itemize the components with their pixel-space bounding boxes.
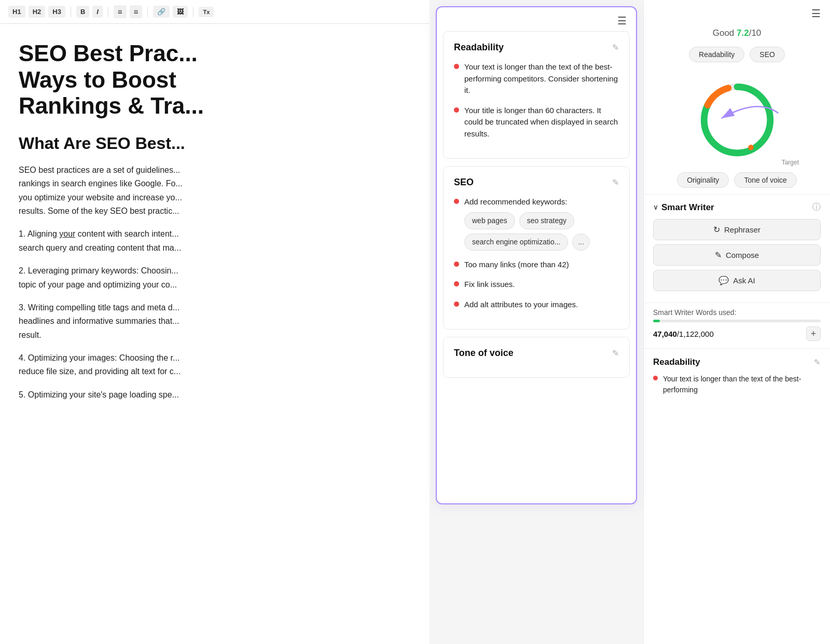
words-count: 47,040/1,122,000 <box>653 330 714 338</box>
chart-area: Target <box>644 66 830 170</box>
overlay-panel: ☰ Readability ✎ Your text is longer than… <box>436 6 637 504</box>
readability-card-title: Readability <box>454 42 504 53</box>
tab-tone-of-voice[interactable]: Tone of voice <box>734 172 797 188</box>
list-item: Your text is longer than the text of the… <box>454 61 619 97</box>
smart-writer-header: ∨ Smart Writer ⓘ <box>653 202 821 213</box>
seo-edit-icon[interactable]: ✎ <box>612 177 619 187</box>
tone-card-header: Tone of voice ✎ <box>454 348 619 359</box>
h1-button[interactable]: H1 <box>8 6 25 18</box>
right-menu-icon[interactable]: ☰ <box>811 7 821 20</box>
tab-originality[interactable]: Originality <box>677 172 729 188</box>
bullet-dot-1 <box>454 64 459 69</box>
add-words-button[interactable]: + <box>806 326 821 341</box>
chevron-down-icon: ∨ <box>653 203 658 211</box>
readability-bullet-2: Your title is longer than 60 characters.… <box>464 105 619 140</box>
seo-card: SEO ✎ Add recommended keywords: web page… <box>443 166 630 330</box>
tab-readability[interactable]: Readability <box>689 47 744 62</box>
seo-bullet-dot-4 <box>454 302 459 307</box>
score-value: 7.2 <box>737 28 749 38</box>
link-button[interactable]: 🔗 <box>153 6 170 18</box>
list-item: Your title is longer than 60 characters.… <box>454 105 619 140</box>
readability-edit-icon[interactable]: ✎ <box>612 43 619 52</box>
seo-bullet-4: Add alt attributes to your images. <box>464 299 578 311</box>
list-item: Add recommended keywords: web pages seo … <box>454 196 619 251</box>
seo-bullet-dot-1 <box>454 199 459 204</box>
readability-bullet-1: Your text is longer than the text of the… <box>464 61 619 97</box>
ask-ai-icon: 💬 <box>718 276 729 285</box>
score-section: Good 7.2/10 <box>644 24 830 40</box>
compose-button[interactable]: ✎ Compose <box>653 244 821 266</box>
words-used: 47,040 <box>653 330 677 338</box>
bottom-nav-tabs: Originality Tone of voice <box>644 170 830 194</box>
seo-keyword-section: Add recommended keywords: web pages seo … <box>464 196 619 251</box>
readability-mini-bullet: Your text is longer than the text of the… <box>653 374 821 395</box>
seo-bullet-list: Add recommended keywords: web pages seo … <box>454 196 619 310</box>
rephraser-button[interactable]: ↻ Rephraser <box>653 219 821 240</box>
h2-button[interactable]: H2 <box>29 6 46 18</box>
readability-mini-title: Readability <box>653 357 700 367</box>
keyword-tag-1[interactable]: web pages <box>464 212 515 229</box>
seo-card-title: SEO <box>454 177 474 188</box>
readability-mini-header: Readability ✎ <box>653 357 821 367</box>
ask-ai-label: Ask AI <box>733 276 755 285</box>
smart-writer-title: ∨ Smart Writer <box>653 202 714 213</box>
seo-keyword-label: Add recommended keywords: <box>464 197 567 206</box>
readability-card-header: Readability ✎ <box>454 42 619 53</box>
right-header: ☰ <box>644 0 830 24</box>
h3-button[interactable]: H3 <box>48 6 65 18</box>
seo-card-header: SEO ✎ <box>454 177 619 188</box>
bullet-dot-2 <box>454 107 459 113</box>
rephraser-label: Rephraser <box>724 225 760 234</box>
smart-writer-section: ∨ Smart Writer ⓘ ↻ Rephraser ✎ Compose 💬… <box>644 194 830 303</box>
seo-bullet-dot-2 <box>454 262 459 267</box>
overlay-menu-icon[interactable]: ☰ <box>617 15 627 27</box>
readability-bullet-list: Your text is longer than the text of the… <box>454 61 619 140</box>
editor-body: SEO best practices are a set of guidelin… <box>19 163 411 402</box>
clear-format-button[interactable]: Tx <box>199 7 214 17</box>
readability-mini-card: Readability ✎ Your text is longer than t… <box>644 348 830 404</box>
tone-card-title: Tone of voice <box>454 348 514 359</box>
tone-card: Tone of voice ✎ <box>443 337 630 378</box>
seo-bullet-2: Too many links (more than 42) <box>464 259 569 271</box>
editor-content[interactable]: SEO Best Prac...Ways to BoostRankings & … <box>0 24 430 644</box>
score-label: Good 7.2/10 <box>713 28 762 38</box>
top-nav-tabs: Readability SEO <box>644 40 830 66</box>
toolbar-divider-2 <box>108 7 108 17</box>
tab-seo[interactable]: SEO <box>750 47 785 62</box>
words-section: Smart Writer Words used: 47,040/1,122,00… <box>644 303 830 348</box>
read-bullet-dot <box>653 376 658 380</box>
score-good-label: Good <box>713 28 737 38</box>
readability-card: Readability ✎ Your text is longer than t… <box>443 31 630 159</box>
keyword-more[interactable]: ... <box>572 234 590 251</box>
tone-edit-icon[interactable]: ✎ <box>612 348 619 358</box>
list-ordered-button[interactable]: ≡ <box>114 5 127 18</box>
toolbar-divider-1 <box>71 7 71 17</box>
words-bar-bg <box>653 320 821 322</box>
overlay-scroll[interactable]: Readability ✎ Your text is longer than t… <box>437 31 636 503</box>
rephraser-icon: ↻ <box>713 225 720 235</box>
readability-mini-text: Your text is longer than the text of the… <box>663 374 821 395</box>
words-total: 1,122,000 <box>679 330 714 338</box>
score-total: /10 <box>749 28 762 38</box>
list-item: Fix link issues. <box>454 279 619 291</box>
list-unordered-button[interactable]: ≡ <box>130 5 143 18</box>
editor-panel: H1 H2 H3 B I ≡ ≡ 🔗 🖼 Tx SEO Best Prac...… <box>0 0 430 644</box>
chart-target-label: Target <box>782 159 799 166</box>
info-icon[interactable]: ⓘ <box>812 202 821 213</box>
keyword-tag-3[interactable]: search engine optimizatio... <box>464 234 568 251</box>
seo-bullet-dot-3 <box>454 281 459 286</box>
list-item: Too many links (more than 42) <box>454 259 619 271</box>
ask-ai-button[interactable]: 💬 Ask AI <box>653 270 821 291</box>
toolbar-divider-3 <box>147 7 148 17</box>
words-count-row: 47,040/1,122,000 + <box>653 326 821 341</box>
keyword-tag-2[interactable]: seo strategy <box>519 212 574 229</box>
image-button[interactable]: 🖼 <box>173 6 188 18</box>
italic-button[interactable]: I <box>92 6 103 18</box>
compose-label: Compose <box>726 251 759 259</box>
toolbar-divider-4 <box>193 7 193 17</box>
editor-title: SEO Best Prac...Ways to BoostRankings & … <box>19 40 411 119</box>
compose-icon: ✎ <box>715 250 722 260</box>
smart-writer-label: Smart Writer <box>661 202 714 213</box>
readability-mini-edit-icon[interactable]: ✎ <box>814 358 821 367</box>
bold-button[interactable]: B <box>76 6 89 18</box>
